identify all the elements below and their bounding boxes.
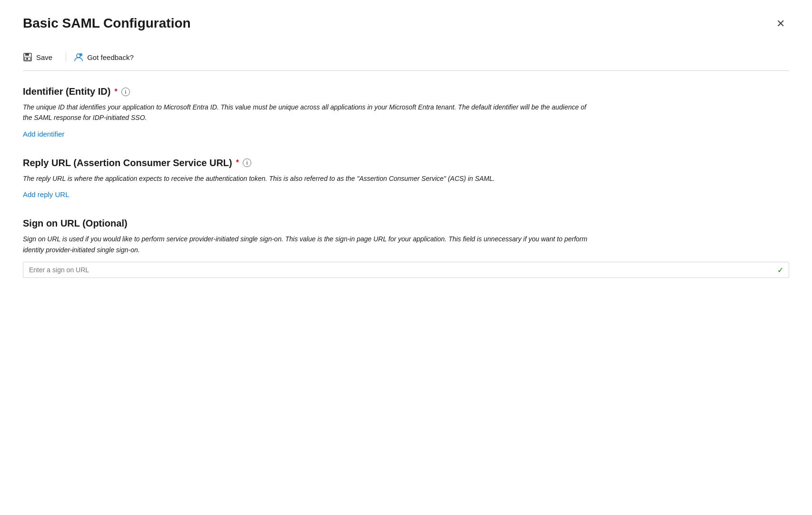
close-icon: ✕ xyxy=(776,18,785,30)
sign-on-url-title: Sign on URL (Optional) xyxy=(23,218,789,229)
save-button[interactable]: Save xyxy=(23,50,58,65)
save-icon xyxy=(23,52,32,62)
reply-url-required-star: * xyxy=(236,158,239,167)
sign-on-url-title-text: Sign on URL (Optional) xyxy=(23,218,128,229)
panel-title: Basic SAML Configuration xyxy=(23,15,191,31)
sign-on-url-section: Sign on URL (Optional) Sign on URL is us… xyxy=(23,218,789,278)
feedback-icon: ? xyxy=(74,52,83,62)
sign-on-url-input-wrapper: ✓ xyxy=(23,262,789,278)
sign-on-url-input[interactable] xyxy=(23,262,789,278)
panel-header: Basic SAML Configuration ✕ xyxy=(23,15,789,32)
sign-on-url-description: Sign on URL is used if you would like to… xyxy=(23,234,594,255)
reply-url-description: The reply URL is where the application e… xyxy=(23,173,594,184)
svg-rect-1 xyxy=(25,53,29,56)
toolbar: Save ? Got feedback? xyxy=(23,44,789,71)
identifier-required-star: * xyxy=(114,88,117,96)
identifier-description: The unique ID that identifies your appli… xyxy=(23,102,594,123)
feedback-label: Got feedback? xyxy=(87,53,134,61)
save-label: Save xyxy=(36,53,52,61)
basic-saml-configuration-panel: Basic SAML Configuration ✕ Save xyxy=(0,0,812,515)
add-reply-url-link[interactable]: Add reply URL xyxy=(23,190,69,198)
add-identifier-link[interactable]: Add identifier xyxy=(23,130,65,138)
identifier-section: Identifier (Entity ID) * i The unique ID… xyxy=(23,86,789,139)
close-button[interactable]: ✕ xyxy=(772,15,789,32)
reply-url-title: Reply URL (Assertion Consumer Service UR… xyxy=(23,158,789,168)
svg-text:?: ? xyxy=(80,54,82,57)
toolbar-divider xyxy=(66,52,66,62)
identifier-title-text: Identifier (Entity ID) xyxy=(23,86,110,97)
feedback-button[interactable]: ? Got feedback? xyxy=(74,50,139,65)
input-check-icon: ✓ xyxy=(777,265,783,274)
identifier-title: Identifier (Entity ID) * i xyxy=(23,86,789,97)
identifier-info-icon[interactable]: i xyxy=(121,88,130,96)
reply-url-title-text: Reply URL (Assertion Consumer Service UR… xyxy=(23,158,232,168)
reply-url-info-icon[interactable]: i xyxy=(243,158,251,167)
svg-rect-3 xyxy=(26,58,28,60)
reply-url-section: Reply URL (Assertion Consumer Service UR… xyxy=(23,158,789,199)
